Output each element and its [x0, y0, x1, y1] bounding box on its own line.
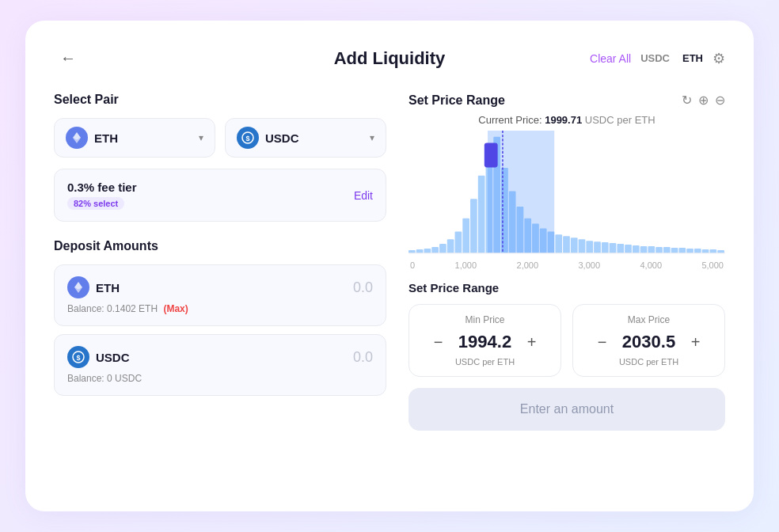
set-price-range-title: Set Price Range: [408, 281, 725, 294]
liquidity-chart: [408, 131, 725, 257]
select-pair-row: ETH ▾ $ USDC ▾: [54, 118, 386, 158]
edit-fee-button[interactable]: Edit: [354, 189, 373, 202]
usdc-deposit-icon: $: [67, 346, 89, 368]
svg-rect-40: [656, 247, 663, 253]
current-price-value: 1999.71: [545, 114, 582, 126]
left-panel: Select Pair ETH ▾: [54, 93, 386, 431]
min-price-label: Min Price: [420, 314, 549, 325]
svg-rect-27: [555, 234, 562, 253]
refresh-button[interactable]: ↻: [682, 93, 692, 108]
enter-amount-button[interactable]: Enter an amount: [408, 388, 725, 431]
current-price-unit: USDC per ETH: [585, 114, 656, 126]
usdc-icon: $: [237, 127, 259, 149]
max-price-box: Max Price − 2030.5 + USDC per ETH: [572, 304, 725, 377]
max-price-increase-button[interactable]: +: [686, 332, 705, 352]
svg-rect-13: [447, 239, 454, 253]
min-price-decrease-button[interactable]: −: [429, 332, 448, 352]
svg-rect-9: [416, 249, 424, 253]
svg-rect-37: [633, 245, 640, 253]
main-card: ← Add Liquidity Clear All USDC ETH ⚙ Sel…: [25, 21, 754, 511]
eth-deposit-symbol: ETH: [96, 281, 120, 294]
svg-rect-30: [579, 239, 586, 253]
chart-container: [408, 131, 725, 257]
min-price-increase-button[interactable]: +: [522, 332, 542, 352]
clear-all-button[interactable]: Clear All: [590, 52, 631, 65]
usdc-token-name: USDC: [265, 131, 299, 145]
eth-deposit-icon: [67, 276, 89, 298]
main-content: Select Pair ETH ▾: [54, 93, 725, 431]
x-label-0: 0: [410, 260, 415, 270]
svg-rect-33: [602, 242, 609, 253]
eth-deposit-label: ETH: [67, 276, 120, 298]
eth-balance-text: Balance: 0.1402 ETH (Max): [67, 303, 373, 314]
eth-deposit-amount: 0.0: [353, 279, 373, 296]
chart-x-axis: 0 1,000 2,000 3,000 4,000 5,000: [408, 260, 725, 270]
min-price-value: 1994.2: [458, 332, 513, 352]
token-badge-usdc: USDC: [637, 51, 673, 66]
token-badge-eth: ETH: [679, 51, 706, 66]
min-price-controls: − 1994.2 +: [420, 332, 549, 352]
svg-rect-14: [455, 231, 462, 253]
usdc-token-select[interactable]: $ USDC ▾: [225, 118, 386, 158]
x-label-2000: 2,000: [517, 260, 539, 270]
fee-tier-text: 0.3% fee tier: [67, 180, 137, 194]
usdc-deposit-symbol: USDC: [96, 351, 130, 364]
max-price-label: Max Price: [584, 314, 713, 325]
max-price-unit: USDC per ETH: [584, 357, 713, 367]
right-panel: Set Price Range ↻ ⊕ ⊖ Current Price: 199…: [408, 93, 725, 431]
svg-rect-32: [594, 241, 601, 253]
header: ← Add Liquidity Clear All USDC ETH ⚙: [54, 46, 725, 70]
svg-rect-48: [717, 250, 724, 253]
svg-rect-17: [478, 176, 485, 253]
eth-deposit-row: ETH 0.0: [67, 276, 373, 298]
current-price-label: Current Price: 1999.71 USDC per ETH: [408, 114, 725, 126]
usdc-chevron-icon: ▾: [370, 132, 374, 143]
deposit-title: Deposit Amounts: [54, 239, 386, 253]
usdc-deposit-amount: 0.0: [353, 349, 373, 366]
x-label-1000: 1,000: [455, 260, 477, 270]
price-range-title: Set Price Range: [408, 93, 505, 108]
svg-rect-44: [686, 249, 694, 253]
page-title: Add Liquidity: [334, 48, 446, 69]
select-pair-title: Select Pair: [54, 93, 386, 107]
svg-text:$: $: [76, 354, 80, 362]
fee-badge: 82% select: [67, 197, 124, 210]
svg-rect-8: [408, 250, 416, 253]
svg-rect-29: [571, 238, 578, 253]
svg-rect-41: [663, 247, 671, 253]
svg-rect-11: [431, 247, 439, 253]
svg-rect-38: [640, 246, 648, 253]
fee-tier-box: 0.3% fee tier 82% select Edit: [54, 169, 386, 222]
eth-chevron-icon: ▾: [199, 132, 203, 143]
svg-rect-46: [702, 249, 709, 253]
eth-max-button[interactable]: (Max): [163, 303, 188, 314]
svg-rect-16: [470, 199, 477, 253]
header-right: Clear All USDC ETH ⚙: [590, 50, 725, 67]
usdc-deposit-label: $ USDC: [67, 346, 130, 368]
eth-token-select[interactable]: ETH ▾: [54, 118, 215, 158]
svg-rect-12: [439, 244, 446, 253]
zoom-in-button[interactable]: ⊕: [698, 93, 709, 108]
svg-rect-35: [617, 244, 624, 253]
min-price-box: Min Price − 1994.2 + USDC per ETH: [408, 304, 561, 377]
back-button[interactable]: ←: [54, 46, 82, 70]
usdc-balance-text: Balance: 0 USDC: [67, 373, 373, 384]
chart-controls: ↻ ⊕ ⊖: [682, 93, 725, 108]
svg-text:$: $: [245, 135, 249, 142]
deposit-section: Deposit Amounts ETH 0.0: [54, 239, 386, 396]
fee-tier-left: 0.3% fee tier 82% select: [67, 180, 137, 210]
eth-deposit-box: ETH 0.0 Balance: 0.1402 ETH (Max): [54, 264, 386, 326]
svg-rect-34: [610, 243, 617, 253]
svg-rect-10: [424, 249, 431, 253]
svg-rect-39: [648, 246, 655, 253]
max-price-controls: − 2030.5 +: [584, 332, 713, 352]
svg-rect-15: [462, 218, 469, 253]
svg-rect-49: [488, 131, 554, 253]
x-label-3000: 3,000: [579, 260, 601, 270]
svg-rect-47: [709, 249, 716, 253]
max-price-decrease-button[interactable]: −: [593, 332, 612, 352]
settings-button[interactable]: ⚙: [712, 50, 725, 67]
x-label-5000: 5,000: [701, 260, 724, 270]
zoom-out-button[interactable]: ⊖: [715, 93, 725, 108]
eth-token-inner: ETH: [66, 127, 118, 149]
